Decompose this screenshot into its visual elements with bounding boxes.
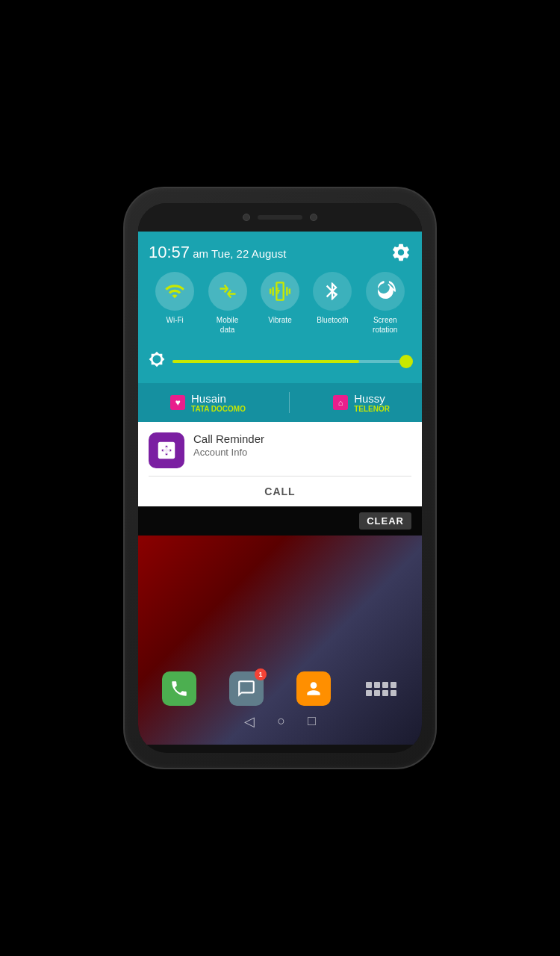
home-screen: 1 (138, 536, 422, 745)
speaker-grille (258, 215, 302, 220)
brightness-slider[interactable] (172, 360, 411, 363)
notif-app-icon (149, 432, 184, 468)
sim1-info: Husain TATA DOCOMO (191, 392, 246, 413)
sim-row: ♥ Husain TATA DOCOMO ⌂ Hussy Telenor (138, 383, 422, 422)
screen-rotation-circle (366, 272, 405, 311)
grid-dot (382, 690, 388, 696)
sim-divider (289, 392, 290, 413)
mobile-data-label: Mobiledata (217, 315, 238, 335)
messages-badge: 1 (255, 668, 267, 680)
notif-content: Call Reminder Account Info (149, 432, 411, 468)
dock-icons-row: 1 (146, 671, 414, 706)
dock-phone-icon[interactable] (162, 671, 196, 706)
status-bar: 10:57 am Tue, 22 August (149, 242, 411, 263)
clock-ampm: am (193, 247, 208, 260)
sensor-dot (310, 214, 317, 221)
phone-screen: 10:57 am Tue, 22 August (138, 203, 422, 753)
clock-date: Tue, 22 August (211, 247, 286, 260)
dock-messages-icon[interactable]: 1 (229, 671, 264, 706)
mobile-data-circle (208, 272, 247, 311)
call-button[interactable]: CALL (149, 477, 411, 506)
sim1-name: Husain (191, 392, 246, 405)
grid-dot (366, 690, 372, 696)
brightness-icon (149, 351, 165, 371)
vibrate-label: Vibrate (268, 315, 292, 325)
nav-recents-icon[interactable]: □ (308, 713, 316, 730)
wifi-toggle[interactable]: Wi-Fi (155, 272, 194, 335)
nav-back-icon[interactable]: ◁ (244, 713, 255, 730)
sim2-carrier: Telenor (354, 405, 390, 413)
grid-dot (391, 682, 396, 688)
camera-dot (243, 214, 250, 221)
notif-text-area: Call Reminder Account Info (193, 432, 411, 458)
bluetooth-circle (313, 272, 352, 311)
notif-body: Account Info (193, 447, 411, 458)
screen-rotation-label: Screenrotation (373, 315, 397, 335)
mobile-data-toggle[interactable]: Mobiledata (208, 272, 247, 335)
nav-home-icon[interactable]: ○ (277, 713, 285, 730)
grid-dot (374, 690, 380, 696)
screen-rotation-toggle[interactable]: Screenrotation (366, 272, 405, 335)
grid-dot (391, 690, 396, 696)
apps-grid-dots (366, 682, 396, 696)
sim2-info: Hussy Telenor (354, 392, 390, 413)
grid-dot (382, 682, 388, 688)
dock-area: 1 (138, 671, 422, 730)
sim1-icon: ♥ (170, 395, 185, 410)
wifi-toggle-circle (155, 272, 194, 311)
brightness-fill (172, 360, 359, 363)
sim2-icon: ⌂ (333, 395, 348, 410)
bluetooth-toggle[interactable]: Bluetooth (313, 272, 352, 335)
quick-settings-panel: 10:57 am Tue, 22 August (138, 232, 422, 383)
clear-button[interactable]: CLEAR (359, 512, 411, 530)
grid-dot (374, 682, 380, 688)
sim1-item[interactable]: ♥ Husain TATA DOCOMO (170, 392, 246, 413)
screen-content: 10:57 am Tue, 22 August (138, 232, 422, 753)
dock-contacts-icon[interactable] (296, 671, 331, 706)
sim1-carrier: TATA DOCOMO (191, 405, 246, 413)
notif-title: Call Reminder (193, 432, 411, 445)
nav-bar: ◁ ○ □ (146, 713, 414, 730)
settings-gear-icon[interactable] (391, 242, 411, 263)
bluetooth-label: Bluetooth (317, 315, 348, 325)
vibrate-circle (261, 272, 299, 311)
phone-top-bar (138, 203, 422, 232)
notification-card: Call Reminder Account Info CALL (138, 422, 422, 506)
wifi-label: Wi-Fi (167, 315, 184, 325)
toggle-row: Wi-Fi Mobiledata (149, 272, 411, 335)
clear-row: CLEAR (138, 506, 422, 536)
grid-dot (366, 682, 372, 688)
notif-actions: CALL (149, 476, 411, 506)
phone-device: 10:57 am Tue, 22 August (123, 187, 437, 769)
dock-apps-icon[interactable] (364, 671, 398, 706)
sim2-name: Hussy (354, 392, 390, 405)
clock-time: 10:57 (149, 243, 190, 261)
time-date: 10:57 am Tue, 22 August (149, 243, 286, 262)
vibrate-toggle[interactable]: Vibrate (261, 272, 299, 335)
sim2-item[interactable]: ⌂ Hussy Telenor (333, 392, 390, 413)
brightness-thumb (399, 355, 413, 368)
brightness-row (149, 345, 411, 383)
